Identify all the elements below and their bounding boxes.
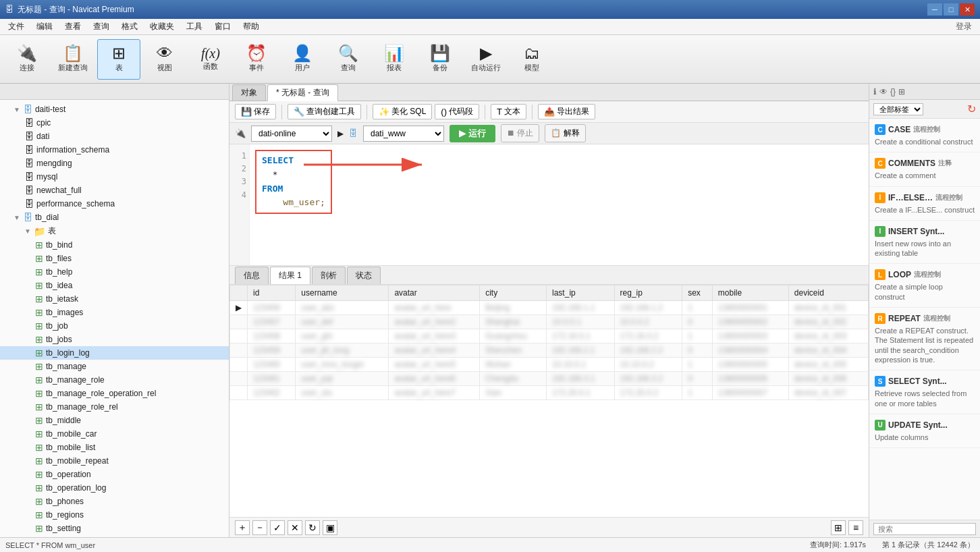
sidebar-item-tb-idea[interactable]: ⊞ tb_idea xyxy=(0,279,229,292)
toolbar-backup[interactable]: 💾 备份 xyxy=(418,39,462,80)
footer-refresh-button[interactable]: ↻ xyxy=(305,520,320,535)
toolbar-query[interactable]: 🔍 查询 xyxy=(327,39,370,80)
sidebar-item-tb-tag[interactable]: ⊞ tb_tag xyxy=(0,535,229,537)
sidebar-item-daiti-test[interactable]: ▼ 🗄 daiti-test xyxy=(0,103,229,116)
sidebar-item-tb-jobs[interactable]: ⊞ tb_jobs xyxy=(0,333,229,346)
results-tab-info[interactable]: 信息 xyxy=(235,267,269,284)
footer-grid-view[interactable]: ⊞ xyxy=(831,520,846,535)
toolbar-new-query[interactable]: 📋 新建查询 xyxy=(51,39,94,80)
toolbar-event[interactable]: ⏰ 事件 xyxy=(235,39,278,80)
results-tab-status[interactable]: 状态 xyxy=(347,267,381,284)
sidebar-item-tb-ietask[interactable]: ⊞ tb_ietask xyxy=(0,292,229,306)
toolbar-model[interactable]: 🗂 模型 xyxy=(510,39,553,80)
sidebar-item-tb-manage-role-rel[interactable]: ⊞ tb_manage_role_rel xyxy=(0,400,229,414)
snippet-repeat[interactable]: R REPEAT 流程控制 Create a REPEAT construct.… xyxy=(869,308,980,370)
snippet-loop[interactable]: L LOOP 流程控制 Create a simple loop constru… xyxy=(869,264,980,308)
tab-object[interactable]: 对象 xyxy=(232,84,266,101)
toolbar-table[interactable]: ⊞ 表 xyxy=(97,39,140,80)
sidebar-item-dati[interactable]: 🗄 dati xyxy=(0,130,229,143)
sidebar-item-tb-phones[interactable]: ⊞ tb_phones xyxy=(0,495,229,508)
footer-more-button[interactable]: ▣ xyxy=(323,520,337,535)
toolbar-user[interactable]: 👤 用户 xyxy=(281,39,324,80)
sidebar-item-tb-job[interactable]: ⊞ tb_job xyxy=(0,319,229,333)
text-button[interactable]: T 文本 xyxy=(491,104,526,119)
right-search-input[interactable] xyxy=(873,523,976,535)
sidebar-item-tb-files[interactable]: ⊞ tb_files xyxy=(0,252,229,265)
menu-format[interactable]: 格式 xyxy=(116,20,143,34)
sidebar-item-tb-middle[interactable]: ⊞ tb_middle xyxy=(0,414,229,427)
sidebar-item-tb-operation[interactable]: ⊞ tb_operation xyxy=(0,468,229,481)
sidebar-item-mysql[interactable]: 🗄 mysql xyxy=(0,170,229,184)
code-segment-button[interactable]: () 代码段 xyxy=(435,104,479,119)
create-tool-button[interactable]: 🔧 查询创建工具 xyxy=(288,104,361,119)
info-icon[interactable]: ℹ xyxy=(873,87,877,96)
sidebar-item-tb-mobile-repeat[interactable]: ⊞ tb_mobile_repeat xyxy=(0,454,229,468)
sidebar-item-tb-images[interactable]: ⊞ tb_images xyxy=(0,306,229,319)
tab-query[interactable]: * 无标题 - 查询 xyxy=(267,84,338,101)
toolbar-report[interactable]: 📊 报表 xyxy=(373,39,416,80)
maximize-button[interactable]: □ xyxy=(944,3,958,16)
menu-file[interactable]: 文件 xyxy=(3,20,30,34)
conn-select-left[interactable]: dati-online xyxy=(251,126,332,142)
sidebar-item-tb-mobile-car[interactable]: ⊞ tb_mobile_car xyxy=(0,427,229,441)
sidebar-item-tb-manage-role[interactable]: ⊞ tb_manage_role xyxy=(0,373,229,387)
refresh-icon[interactable]: ↻ xyxy=(967,103,976,115)
menu-view[interactable]: 查看 xyxy=(59,20,86,34)
sidebar-item-tb-operation-log[interactable]: ⊞ tb_operation_log xyxy=(0,481,229,495)
explain-button[interactable]: 📋 解释 xyxy=(545,124,585,142)
sidebar-item-mengding[interactable]: 🗄 mengding xyxy=(0,157,229,170)
login-area[interactable]: 登录 xyxy=(950,21,977,32)
sidebar-item-cpic[interactable]: 🗄 cpic xyxy=(0,116,229,130)
save-button[interactable]: 💾 保存 xyxy=(235,104,276,119)
results-tab-profile[interactable]: 剖析 xyxy=(312,267,346,284)
sidebar-item-newchat-full[interactable]: 🗄 newchat_full xyxy=(0,184,229,197)
sidebar-item-tb-setting[interactable]: ⊞ tb_setting xyxy=(0,522,229,535)
sidebar-item-tb-help[interactable]: ⊞ tb_help xyxy=(0,265,229,279)
sidebar-item-tb-regions[interactable]: ⊞ tb_regions xyxy=(0,508,229,522)
snippet-select[interactable]: S SELECT Synt... Retrieve rows selected … xyxy=(869,370,980,414)
sidebar-item-tb-manage[interactable]: ⊞ tb_manage xyxy=(0,360,229,373)
eye-icon[interactable]: 👁 xyxy=(879,87,888,96)
grid-icon[interactable]: ⊞ xyxy=(898,87,905,96)
toolbar-function[interactable]: f(x) 函数 xyxy=(189,39,232,80)
sidebar-item-tb-mobile-list[interactable]: ⊞ tb_mobile_list xyxy=(0,441,229,454)
stop-button[interactable]: ⏹ 停止 xyxy=(501,124,539,142)
footer-form-view[interactable]: ≡ xyxy=(848,520,863,535)
footer-remove-button[interactable]: － xyxy=(252,520,267,535)
sidebar-item-performance-schema[interactable]: 🗄 performance_schema xyxy=(0,197,229,211)
brackets-icon[interactable]: {} xyxy=(890,87,896,96)
footer-add-button[interactable]: ＋ xyxy=(235,520,250,535)
toolbar-view[interactable]: 👁 视图 xyxy=(143,39,186,80)
menu-tools[interactable]: 工具 xyxy=(181,20,208,34)
sidebar-item-tables[interactable]: ▼ 📁 表 xyxy=(0,224,229,238)
export-button[interactable]: 📤 导出结果 xyxy=(538,104,595,119)
tag-selector[interactable]: 全部标签 xyxy=(873,103,923,115)
sidebar-item-tb-manage-role-operation-rel[interactable]: ⊞ tb_manage_role_operation_rel xyxy=(0,387,229,400)
snippet-insert[interactable]: I INSERT Synt... Insert new rows into an… xyxy=(869,221,980,265)
sidebar-item-tb-bind[interactable]: ⊞ tb_bind xyxy=(0,238,229,252)
snippet-case[interactable]: C CASE 流程控制 Create a conditional constru… xyxy=(869,119,980,153)
footer-check-button[interactable]: ✓ xyxy=(270,520,285,535)
toolbar-autorun[interactable]: ▶ 自动运行 xyxy=(464,39,508,80)
footer-cancel-button[interactable]: ✕ xyxy=(288,520,302,535)
sql-code-area[interactable]: SELECT * FROM wm_user; xyxy=(250,144,869,265)
minimize-button[interactable]: ─ xyxy=(927,3,942,16)
run-button[interactable]: ▶ 运行 xyxy=(450,125,495,142)
conn-select-right[interactable]: dati_www xyxy=(363,126,444,142)
menu-favorites[interactable]: 收藏夹 xyxy=(144,20,180,34)
snippet-ifelse[interactable]: I IF…ELSE… 流程控制 Create a IF...ELSE... co… xyxy=(869,187,980,221)
toolbar-connect[interactable]: 🔌 连接 xyxy=(5,39,49,80)
sidebar-item-tb-login-log[interactable]: ⊞ tb_login_log xyxy=(0,346,229,360)
menu-edit[interactable]: 编辑 xyxy=(31,20,58,34)
sidebar-item-tb-dial[interactable]: ▼ 🗄 tb_dial xyxy=(0,211,229,224)
snippet-update[interactable]: U UPDATE Synt... Update columns xyxy=(869,414,980,448)
snippet-comments[interactable]: C COMMENTS 注释 Create a comment xyxy=(869,153,980,186)
sql-editor[interactable]: 1 2 3 4 SELECT * FROM wm_user; xyxy=(229,144,869,266)
beautify-button[interactable]: ✨ 美化 SQL xyxy=(373,104,432,119)
menu-window[interactable]: 窗口 xyxy=(209,20,236,34)
results-tab-result1[interactable]: 结果 1 xyxy=(270,267,310,284)
sidebar-item-information-schema[interactable]: 🗄 information_schema xyxy=(0,143,229,157)
menu-query[interactable]: 查询 xyxy=(88,20,115,34)
menu-help[interactable]: 帮助 xyxy=(238,20,265,34)
close-button[interactable]: ✕ xyxy=(960,3,975,16)
